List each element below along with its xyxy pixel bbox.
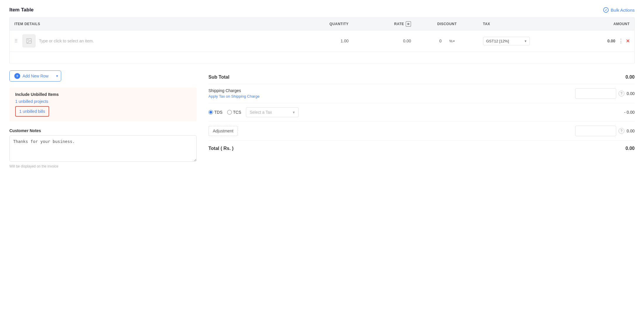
table-header-row: ITEM DETAILS QUANTITY RATE ⊞ DISCOUNT TA…	[10, 18, 635, 30]
customer-notes-textarea[interactable]	[9, 135, 197, 162]
add-new-row-button[interactable]: + Add New Row	[10, 71, 53, 81]
select-tax-placeholder: Select a Tax	[250, 110, 272, 115]
item-table-header: Item Table Bulk Actions	[9, 7, 635, 13]
sub-total-row: Sub Total 0.00	[208, 70, 635, 84]
apply-tax-link[interactable]: Apply Tax on Shipping Charge	[208, 94, 260, 99]
right-section: Sub Total 0.00 Shipping Charges Apply Ta…	[208, 70, 635, 168]
tds-label: TDS	[214, 110, 222, 115]
shipping-input-group: ? 0.00	[575, 88, 635, 99]
sub-total-value: 0.00	[626, 75, 635, 80]
col-header-amount: AMOUNT	[572, 18, 635, 30]
unbilled-bills-link[interactable]: 1 unbilled bills	[19, 109, 45, 114]
rate-table-icon[interactable]: ⊞	[406, 21, 411, 27]
shipping-value: 0.00	[627, 91, 635, 96]
item-select-placeholder[interactable]: Type or click to select an item.	[39, 39, 94, 43]
shipping-help-icon[interactable]: ?	[619, 91, 624, 96]
tax-dropdown[interactable]: GST12 [12%] ▾	[483, 37, 530, 45]
tcs-label: TCS	[233, 110, 241, 115]
table-row: ⠿ Type or click to select an item.	[10, 30, 635, 52]
customer-notes-section: Customer Notes Will be displayed on the …	[9, 128, 197, 168]
col-header-discount: DISCOUNT	[416, 18, 478, 30]
tax-cell: GST12 [12%] ▾	[478, 30, 572, 52]
bulk-actions-icon	[603, 7, 609, 13]
col-header-quantity: QUANTITY	[291, 18, 353, 30]
tcs-radio-group: TCS	[227, 110, 241, 115]
unbilled-section: Include Unbilled Items 1 unbilled projec…	[9, 87, 197, 121]
shipping-row: Shipping Charges Apply Tax on Shipping C…	[208, 84, 635, 103]
item-table-title: Item Table	[9, 7, 34, 13]
col-header-rate: RATE ⊞	[353, 18, 416, 30]
total-value: 0.00	[626, 146, 635, 151]
more-options-icon[interactable]: ⋮	[618, 38, 624, 44]
left-section: + Add New Row ▾ Include Unbilled Items 1…	[9, 70, 197, 168]
tax-chevron: ▾	[525, 39, 527, 43]
select-tax-dropdown[interactable]: Select a Tax ▾	[246, 107, 299, 117]
discount-chevron: ▾	[453, 39, 455, 43]
adjustment-help-icon[interactable]: ?	[619, 128, 624, 134]
bottom-section: + Add New Row ▾ Include Unbilled Items 1…	[9, 70, 635, 168]
rate-cell[interactable]: 0.00	[353, 30, 416, 52]
add-row-dropdown-arrow[interactable]: ▾	[53, 72, 61, 80]
item-table: ITEM DETAILS QUANTITY RATE ⊞ DISCOUNT TA…	[9, 18, 635, 63]
tds-tcs-row: TDS TCS Select a Tax ▾ - 0.00	[208, 103, 635, 122]
add-row-label: Add New Row	[23, 74, 49, 78]
discount-input[interactable]	[439, 39, 448, 43]
amount-cell: 0.00 ⋮ ✕	[572, 30, 635, 52]
sub-total-label: Sub Total	[208, 75, 229, 80]
customer-notes-label: Customer Notes	[9, 128, 197, 133]
select-tax-chevron: ▾	[293, 110, 295, 115]
adjustment-value: 0.00	[627, 129, 635, 133]
discount-type-dropdown[interactable]: % ▾	[449, 39, 455, 43]
col-header-item-details: ITEM DETAILS	[10, 18, 291, 30]
tcs-radio[interactable]	[227, 110, 232, 115]
drag-handle[interactable]: ⠿	[14, 38, 18, 44]
col-header-tax: TAX	[478, 18, 572, 30]
tds-radio[interactable]	[208, 110, 213, 115]
empty-row	[10, 52, 635, 63]
item-image-placeholder	[23, 34, 35, 47]
shipping-input[interactable]	[575, 88, 616, 99]
unbilled-projects-link[interactable]: 1 unbilled projects	[15, 99, 191, 104]
total-row: Total ( Rs. ) 0.00	[208, 141, 635, 155]
delete-row-icon[interactable]: ✕	[626, 38, 630, 44]
adjustment-row: Adjustment ? 0.00	[208, 122, 635, 141]
item-details-cell: ⠿ Type or click to select an item.	[10, 30, 291, 52]
unbilled-bills-box: 1 unbilled bills	[15, 106, 49, 117]
tds-tcs-left: TDS TCS Select a Tax ▾	[208, 107, 299, 117]
bulk-actions-button[interactable]: Bulk Actions	[603, 7, 635, 13]
unbilled-title: Include Unbilled Items	[15, 92, 191, 97]
quantity-cell[interactable]: 1.00	[291, 30, 353, 52]
shipping-label-group: Shipping Charges Apply Tax on Shipping C…	[208, 88, 260, 99]
shipping-label: Shipping Charges	[208, 88, 260, 93]
adjustment-right: ? 0.00	[575, 126, 635, 136]
adjustment-button[interactable]: Adjustment	[208, 126, 238, 136]
tds-value: - 0.00	[624, 110, 635, 115]
row-actions: ⋮ ✕	[618, 38, 630, 44]
svg-point-2	[28, 39, 28, 40]
total-label: Total ( Rs. )	[208, 146, 234, 151]
add-plus-icon: +	[14, 73, 20, 79]
discount-cell: % ▾	[416, 30, 478, 52]
amount-value: 0.00	[607, 39, 615, 43]
notes-hint: Will be displayed on the invoice	[9, 164, 197, 168]
tds-radio-group: TDS	[208, 110, 222, 115]
adjustment-input[interactable]	[575, 126, 616, 136]
add-row-button-group[interactable]: + Add New Row ▾	[9, 70, 61, 82]
bulk-actions-label: Bulk Actions	[611, 8, 635, 13]
